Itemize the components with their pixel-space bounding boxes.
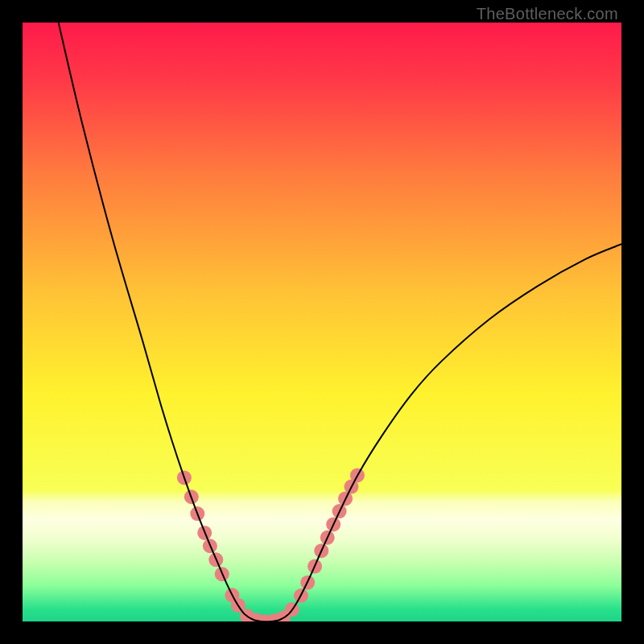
bottleneck-chart [23,23,621,621]
chart-frame [23,23,621,621]
watermark-text: TheBottleneck.com [477,5,618,23]
gradient-background [23,23,621,621]
